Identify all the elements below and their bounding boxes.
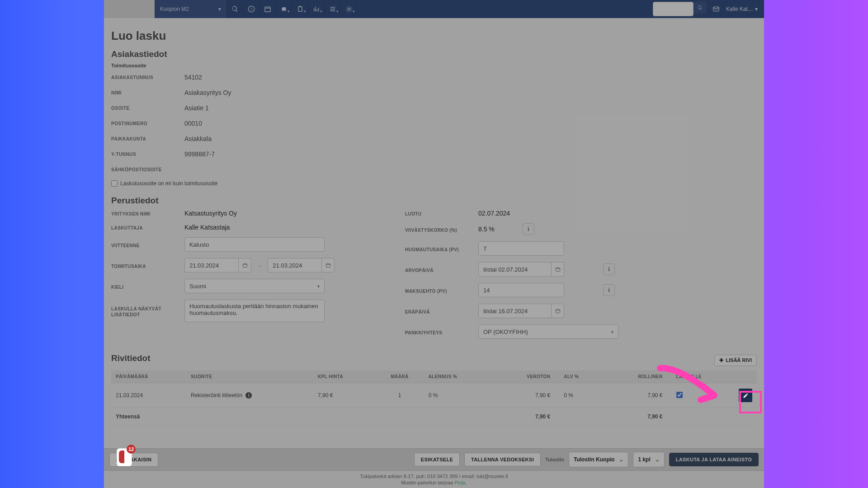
value-zip: 00010 <box>184 120 202 127</box>
svg-text:i: i <box>250 7 251 11</box>
mail-icon[interactable] <box>710 5 722 13</box>
rows-section-title: Rivitiedot <box>111 353 151 363</box>
save-draft-button[interactable]: TALLENNA VEDOKSEKSI <box>464 453 541 466</box>
totals-row: Yhteensä 7,90 € 7,90 € <box>111 408 757 426</box>
notification-count: 12 <box>127 445 136 454</box>
label-company: YRITYKSEN NIMI <box>111 209 184 217</box>
footer: Tukipalvelut arkisin 8-17. puh: 010 3472… <box>104 471 764 488</box>
logo <box>104 0 155 18</box>
label-zip: POSTINUMERO <box>111 120 184 127</box>
cell-vat: 0 % <box>559 383 603 408</box>
notification-widget[interactable]: 12 <box>117 448 132 466</box>
value-date-info-button[interactable] <box>603 263 615 275</box>
footer-link[interactable]: Pinja <box>454 480 465 485</box>
label-payment-term: MAKSUEHTO (PV) <box>405 286 478 294</box>
cell-gross: 7,90 € <box>603 383 671 408</box>
th-gross: ROLLINEN <box>603 371 671 383</box>
due-date-input[interactable] <box>478 304 552 318</box>
due-date-picker[interactable] <box>552 304 564 318</box>
preview-button[interactable]: ESIKATSELE <box>414 453 460 466</box>
gear-icon[interactable] <box>341 0 357 18</box>
payment-term-input[interactable] <box>478 283 564 297</box>
label-bank: PANKKIYHTEYS <box>405 328 478 336</box>
cell-unit: 7,90 € <box>313 383 375 408</box>
date-to-input[interactable] <box>268 258 322 272</box>
value-date-picker[interactable] <box>552 262 564 277</box>
info-icon[interactable]: i <box>243 0 259 18</box>
value-name: Asiakasyritys Oy <box>184 89 231 96</box>
bank-select[interactable]: OP (OKOYFIHH) <box>478 324 618 339</box>
vehicle-icon[interactable] <box>276 0 292 18</box>
reminder-input[interactable] <box>478 241 564 256</box>
th-disc: ALENNUS % <box>424 371 492 383</box>
org-name: Kuopion M2 <box>160 6 189 12</box>
label-reference: VIITTEENNE <box>111 241 184 249</box>
label-created: LUOTU <box>405 209 478 217</box>
label-city: PAIKKAKUNTA <box>111 135 184 142</box>
generate-button[interactable]: LASKUTA JA LATAA AINEISTO <box>669 453 759 466</box>
org-select[interactable]: Kuopion M2 ▾ <box>155 0 227 18</box>
label-value-date: ARVOPÄIVÄ <box>405 266 478 273</box>
add-row-button[interactable]: ✚LISÄÄ RIVI <box>714 355 757 366</box>
info-icon[interactable]: i <box>245 392 252 399</box>
value-company: Katsastusyritys Oy <box>184 210 237 217</box>
language-select[interactable]: Suomi <box>184 279 325 293</box>
date-to-picker[interactable] <box>322 258 335 272</box>
th-qty: MÄÄRÄ <box>376 371 424 383</box>
page-title: Luo lasku <box>111 29 757 43</box>
value-customer-id: 54102 <box>184 74 202 81</box>
chevron-down-icon: ▾ <box>218 6 221 12</box>
payment-term-info-button[interactable] <box>603 284 615 296</box>
chart-icon[interactable] <box>308 0 325 18</box>
notes-textarea[interactable] <box>184 300 325 322</box>
svg-rect-3 <box>298 7 302 12</box>
search-button[interactable] <box>693 2 706 14</box>
edit-row-button[interactable] <box>739 389 752 402</box>
label-ytunnus: Y-TUNNUS <box>111 150 184 158</box>
label-reminder: HUOMAUTUSAIKA (PV) <box>405 245 478 253</box>
clipboard-icon[interactable] <box>292 0 308 18</box>
totals-gross: 7,90 € <box>603 408 671 426</box>
date-from-picker[interactable] <box>239 258 251 272</box>
list-icon[interactable] <box>325 0 341 18</box>
printer-select[interactable]: Tulostin Kuopio <box>569 452 628 467</box>
cell-date: 21.03.2024 <box>111 383 186 408</box>
label-customer-id: ASIAKASTUNNUS <box>111 74 184 81</box>
value-interest: 8.5 % <box>478 225 495 233</box>
different-billing-address-checkbox[interactable] <box>111 180 118 187</box>
on-invoice-checkbox[interactable] <box>676 392 683 398</box>
copies-select[interactable]: 1 kpl <box>633 452 664 467</box>
topbar: Kuopion M2 ▾ i Kalle Kat… ▾ <box>104 0 764 18</box>
user-menu[interactable]: Kalle Kat… ▾ <box>726 6 758 12</box>
label-biller: LASKUTTAJA <box>111 223 184 231</box>
delivery-address-label: Toimitusosoite <box>111 63 757 68</box>
date-from-input[interactable] <box>184 258 239 272</box>
value-ytunnus: 9998887-7 <box>184 150 215 158</box>
value-biller: Kalle Katsastaja <box>184 224 230 231</box>
label-language: KIELI <box>111 282 184 290</box>
value-date-input[interactable] <box>478 262 552 277</box>
label-notes: LASKULLA NÄKYVÄT LISÄTIEDOT <box>111 304 184 318</box>
top-icons: i <box>227 0 357 18</box>
top-search <box>653 2 706 16</box>
interest-info-button[interactable] <box>523 223 534 235</box>
svg-rect-9 <box>556 268 560 272</box>
search-icon[interactable] <box>227 0 243 18</box>
different-billing-address-label: Laskutusosoite on eri kuin toimitusosoit… <box>120 180 217 187</box>
chevron-down-icon: ▾ <box>755 6 758 12</box>
calendar-icon[interactable] <box>259 0 276 18</box>
totals-label: Yhteensä <box>111 408 492 426</box>
label-name: NIMI <box>111 89 184 96</box>
reference-input[interactable] <box>184 237 325 252</box>
cell-on-invoice <box>672 383 734 408</box>
rows-table: PÄIVÄMÄÄRÄ SUORITE KPL HINTA MÄÄRÄ ALENN… <box>111 371 757 426</box>
search-input[interactable] <box>653 2 693 16</box>
th-item: SUORITE <box>186 371 313 383</box>
svg-point-5 <box>348 8 350 10</box>
svg-rect-8 <box>326 264 330 267</box>
label-delivery-period: TOIMITUSAIKA <box>111 262 184 269</box>
th-date: PÄIVÄMÄÄRÄ <box>111 371 186 383</box>
plus-icon: ✚ <box>719 357 723 363</box>
svg-rect-4 <box>299 6 301 7</box>
label-email: SÄHKÖPOSTIOSOITE <box>111 166 184 172</box>
